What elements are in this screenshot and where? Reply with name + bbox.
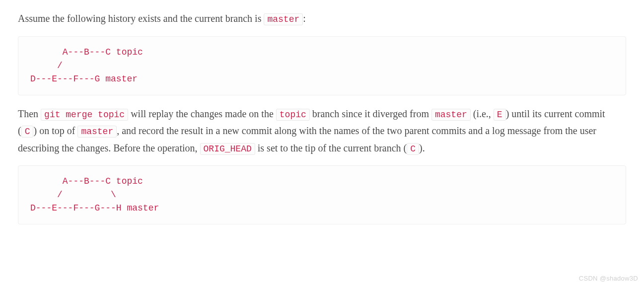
p2-text-9: ). (419, 143, 425, 153)
code-git-merge-topic: git merge topic (41, 109, 128, 121)
code-master-2: master (431, 109, 471, 121)
code-commit-c-2: C (407, 143, 419, 155)
intro-paragraph: Assume the following history exists and … (18, 10, 626, 27)
code-master-3: master (77, 126, 117, 138)
p2-text-2: will replay the changes made on the (128, 108, 276, 119)
intro-text-2: : (303, 13, 306, 24)
p2-text-3: branch since it diverged from (310, 108, 431, 119)
git-diagram-after: A---B---C topic / \ D---E---F---G---H ma… (18, 165, 626, 224)
code-commit-c-1: C (21, 126, 34, 138)
code-topic: topic (276, 109, 310, 121)
git-diagram-before: A---B---C topic / D---E---F---G master (18, 36, 626, 95)
p2-text-8: is set to the tip of the current branch … (255, 143, 407, 153)
intro-text-1: Assume the following history exists and … (18, 13, 264, 24)
p2-text-6: ) on top of (33, 125, 77, 136)
p2-text-1: Then (18, 108, 41, 119)
code-master-1: master (264, 13, 303, 25)
code-commit-e: E (494, 109, 506, 121)
code-orig-head: ORIG_HEAD (200, 143, 255, 155)
p2-text-4: (i.e., (471, 108, 494, 119)
explanation-paragraph: Then git merge topic will replay the cha… (18, 105, 626, 157)
